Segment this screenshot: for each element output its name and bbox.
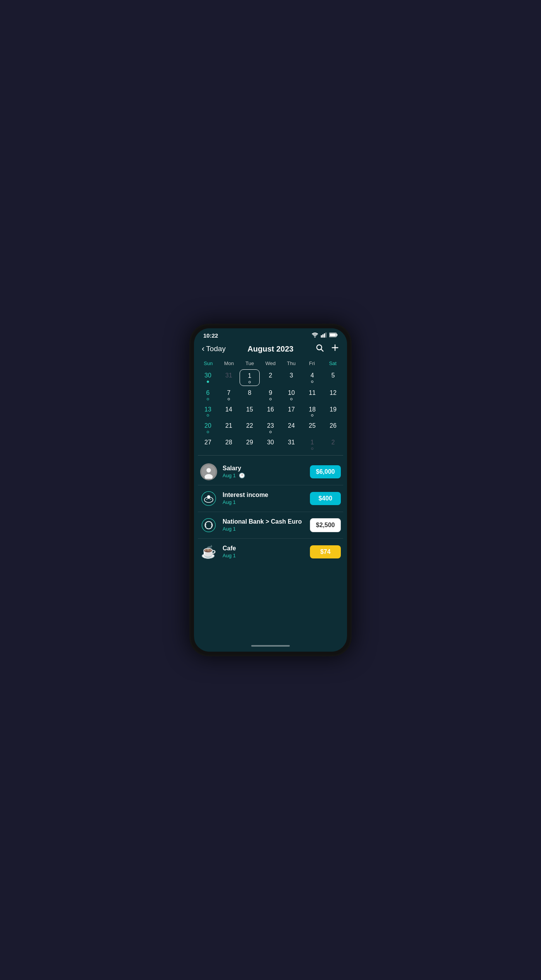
- day-number: 2: [332, 439, 335, 447]
- day-cell[interactable]: 26: [323, 420, 343, 435]
- day-cell[interactable]: 31: [219, 369, 239, 386]
- day-cell[interactable]: 25: [302, 420, 322, 435]
- svg-point-13: [206, 468, 211, 472]
- search-icon[interactable]: [315, 343, 324, 354]
- back-today-button[interactable]: ‹ Today: [202, 344, 226, 354]
- transaction-cafe[interactable]: ☕ Cafe Aug 1 $74: [198, 539, 343, 565]
- status-time: 10:22: [203, 332, 218, 339]
- salary-date: Aug 1 🕐: [223, 473, 305, 478]
- svg-rect-7: [330, 333, 336, 336]
- transfer-date: Aug 1: [223, 526, 305, 532]
- day-number: 10: [288, 389, 295, 397]
- day-cell[interactable]: 15: [240, 403, 260, 419]
- transaction-transfer[interactable]: National Bank > Cash Euro Aug 1 $2,500: [198, 512, 343, 539]
- today-label: Today: [206, 345, 226, 353]
- day-cell[interactable]: 12: [323, 387, 343, 403]
- calendar-grid: Sun Mon Tue Wed Thu Fri Sat 30 31 1: [194, 359, 347, 452]
- day-cell[interactable]: 30: [198, 369, 218, 386]
- day-number: 20: [204, 422, 211, 430]
- salary-icon: [200, 463, 217, 480]
- day-cell[interactable]: 21: [219, 420, 239, 435]
- day-cell[interactable]: 14: [219, 403, 239, 419]
- svg-point-0: [315, 336, 316, 338]
- cafe-date: Aug 1: [223, 553, 305, 558]
- weekday-tue: Tue: [239, 359, 260, 368]
- salary-title: Salary: [223, 465, 305, 472]
- day-cell[interactable]: 3: [281, 369, 301, 386]
- day-cell[interactable]: 24: [281, 420, 301, 435]
- day-number: 31: [225, 372, 232, 380]
- weekday-sun: Sun: [198, 359, 219, 368]
- day-cell[interactable]: 5: [323, 369, 343, 386]
- day-cell[interactable]: 28: [219, 436, 239, 452]
- day-cell[interactable]: 18: [302, 403, 322, 419]
- transaction-interest[interactable]: Interest income Aug 1 $400: [198, 485, 343, 512]
- day-cell[interactable]: 19: [323, 403, 343, 419]
- back-chevron-icon: ‹: [202, 344, 204, 354]
- cafe-icon: ☕: [200, 543, 217, 560]
- day-number: 7: [227, 389, 231, 397]
- add-icon[interactable]: [331, 343, 339, 354]
- calendar-title: August 2023: [248, 345, 294, 353]
- day-cell-today[interactable]: 1: [240, 369, 260, 386]
- day-cell[interactable]: 9: [260, 387, 281, 403]
- calendar-divider: [198, 455, 343, 456]
- day-number: 26: [330, 422, 337, 430]
- day-cell[interactable]: 10: [281, 387, 301, 403]
- day-cell[interactable]: 16: [260, 403, 281, 419]
- day-cell[interactable]: 30: [260, 436, 281, 452]
- interest-info: Interest income Aug 1: [223, 492, 305, 505]
- day-number: 28: [225, 439, 232, 447]
- day-dot: [311, 381, 313, 383]
- svg-rect-1: [321, 335, 322, 338]
- day-number: 31: [288, 439, 295, 447]
- day-cell[interactable]: 7: [219, 387, 239, 403]
- day-number: 29: [246, 439, 253, 447]
- salary-info: Salary Aug 1 🕐: [223, 465, 305, 478]
- app-header: ‹ Today August 2023: [194, 341, 347, 359]
- day-dot: [311, 414, 313, 417]
- day-number: 11: [309, 389, 316, 397]
- day-cell[interactable]: 6: [198, 387, 218, 403]
- day-dot: [311, 447, 313, 450]
- day-cell[interactable]: 4: [302, 369, 322, 386]
- cafe-amount: $74: [310, 545, 341, 558]
- day-number: 6: [206, 389, 210, 397]
- day-number: 16: [267, 406, 274, 414]
- transaction-list: Salary Aug 1 🕐 $6,000: [194, 459, 347, 640]
- day-dot: [207, 414, 209, 417]
- day-cell[interactable]: 11: [302, 387, 322, 403]
- day-dot: [207, 398, 209, 400]
- day-cell[interactable]: 2: [260, 369, 281, 386]
- day-number: 2: [269, 372, 272, 380]
- svg-rect-4: [325, 333, 327, 338]
- day-number: 30: [204, 372, 211, 380]
- phone-screen: 10:22: [194, 328, 347, 652]
- day-number: 14: [225, 406, 232, 414]
- signal-icon: [321, 332, 327, 339]
- phone-frame: 10:22: [189, 324, 352, 656]
- home-indicator: [194, 640, 347, 652]
- cafe-title: Cafe: [223, 545, 305, 552]
- day-cell[interactable]: 2: [323, 436, 343, 452]
- day-cell[interactable]: 13: [198, 403, 218, 419]
- day-cell[interactable]: 27: [198, 436, 218, 452]
- day-number: 8: [248, 389, 252, 397]
- day-number: 4: [311, 372, 314, 380]
- day-number: 5: [332, 372, 335, 380]
- weekday-thu: Thu: [281, 359, 302, 368]
- day-cell[interactable]: 17: [281, 403, 301, 419]
- day-cell[interactable]: 20: [198, 420, 218, 435]
- svg-rect-6: [337, 334, 338, 336]
- day-cell[interactable]: 22: [240, 420, 260, 435]
- day-cell[interactable]: 8: [240, 387, 260, 403]
- svg-rect-3: [324, 333, 325, 338]
- day-cell[interactable]: 29: [240, 436, 260, 452]
- interest-title: Interest income: [223, 492, 305, 499]
- transfer-icon: [200, 517, 217, 534]
- day-cell[interactable]: 31: [281, 436, 301, 452]
- transaction-salary[interactable]: Salary Aug 1 🕐 $6,000: [198, 459, 343, 485]
- day-number: 19: [330, 406, 337, 414]
- day-cell[interactable]: 23: [260, 420, 281, 435]
- day-cell[interactable]: 1: [302, 436, 322, 452]
